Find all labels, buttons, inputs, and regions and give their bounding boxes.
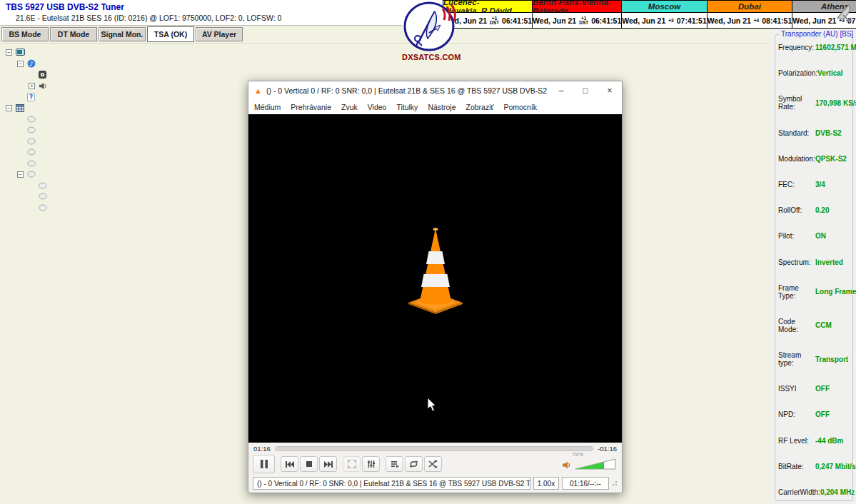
transponder-value: 3/4 [815,181,851,188]
menu-n-stroje[interactable]: Nástroje [428,103,455,111]
collapse-icon[interactable]: − [17,171,24,178]
tree-row[interactable] [3,191,246,203]
vlc-statusbar: () - 0 Vertical 0 / RF: 0 SNR: 0,0 | Eut… [248,474,622,493]
tree-row[interactable] [3,180,246,191]
transponder-row: RollOff:0.20 [778,206,851,214]
transponder-value: OFF [815,385,851,393]
dot-icon [27,138,36,145]
speaker-icon[interactable] [562,460,571,470]
transponder-label: NPD: [778,410,815,418]
transponder-value: DVB-S2 [815,129,851,137]
tab-bar: BS ModeDT ModeSignal Mon.TSA (OK)AV Play… [1,27,244,43]
tab-dt-mode[interactable]: DT Mode [50,27,97,41]
playlist-button[interactable] [386,456,403,472]
tree-row[interactable] [3,136,246,147]
desktop-satellite-icon[interactable] [833,2,855,25]
tab-bs-mode[interactable]: BS Mode [1,27,49,41]
menu-zobrazi-[interactable]: Zobraziť [465,103,493,111]
speaker-icon [39,82,47,90]
clock-time-value: 06:41:51 [591,16,621,25]
volume-percent: 78% [572,451,583,458]
collapse-icon[interactable]: − [17,61,24,67]
menu-m-dium[interactable]: Médium [254,103,281,111]
tree-row[interactable] [3,114,246,125]
clock-date: Wed, Jun 21 [708,16,751,25]
close-button[interactable]: × [598,81,622,100]
clock-time-value: 06:41:51 [502,16,532,25]
shuffle-button[interactable] [424,456,442,472]
tab-tsa-ok-[interactable]: TSA (OK) [147,26,194,42]
transponder-value: Long Frame [815,288,856,296]
services-tree: −−♪+?−− [3,47,246,213]
tab-signal-mon-[interactable]: Signal Mon. [99,27,146,41]
tree-row[interactable] [3,147,246,158]
dxsatcs-logo: DXSATCS.COM [402,1,459,61]
tree-row[interactable]: − [3,169,246,181]
pause-button[interactable] [253,455,275,473]
tree-row[interactable] [3,158,246,169]
transponder-row: Polarization:Vertical [778,69,851,77]
maximize-button[interactable]: □ [573,81,598,100]
collapse-icon[interactable]: − [6,105,12,111]
vlc-video-area[interactable] [248,114,622,443]
playback-speed[interactable]: 1.00x [533,477,559,490]
menu-video[interactable]: Video [368,103,387,111]
minimize-button[interactable]: – [549,81,573,100]
transponder-row: ISSYIOFF [778,385,851,393]
vlc-titlebar[interactable]: ▲ () - 0 Vertical 0 / RF: 0 SNR: 0,0 | E… [248,81,622,100]
clock-city-label: Moscow [622,1,707,13]
dot-icon [27,126,36,133]
previous-button[interactable] [281,456,298,472]
transponder-row: NPD:OFF [778,410,851,418]
tv-icon [16,49,25,56]
tree-row[interactable]: − [3,103,246,114]
timezone-dst-label: DST [490,21,499,25]
transponder-row: BitRate:0,247 Mbit/s [778,463,851,470]
menu-zvuk[interactable]: Zvuk [341,103,358,111]
elapsed-time: 01:16 [253,445,271,453]
dot-icon [39,182,47,189]
stop-button[interactable] [300,456,318,472]
clock-time-value: 08:41:51 [762,16,792,25]
tree-row[interactable]: + [3,81,246,92]
time-display[interactable]: 01:16/--:-- [562,477,609,490]
vlc-controls: 78% [248,454,622,474]
tree-row[interactable]: −♪ [3,59,246,70]
loop-button[interactable] [405,456,423,472]
svg-text:?: ? [29,94,33,101]
collapse-icon[interactable]: − [6,49,12,56]
satellite-dish-logo-icon [403,1,458,51]
clock-datetime: Wed, Jun 21+1DST06:41:51 [533,13,621,28]
menu-pomocn-k[interactable]: Pomocník [503,103,537,111]
menu-prehr-vanie[interactable]: Prehrávanie [291,103,331,111]
tree-row[interactable] [3,69,246,81]
transponder-row: Frame Type:Long Frame [778,284,851,300]
tab-av-player[interactable]: AV Player [196,27,243,41]
transponder-value: 0,247 Mbit/s [815,463,856,470]
transponder-row: Stream type:Transport [778,351,851,367]
transponder-row: FEC:3/4 [778,181,851,188]
resize-grip[interactable] [612,480,618,486]
tree-row[interactable]: − [3,47,246,59]
divider [0,43,770,44]
world-clock-bar: Lučenec-Slovakia_R.DávidWed, Jun 21+1DST… [443,0,832,29]
volume-slider[interactable] [575,458,616,470]
clock-date: Wed, Jun 21 [792,16,836,25]
clock-city-label: Dubai [708,1,792,13]
seek-bar[interactable] [275,446,593,451]
pcr-icon [39,71,46,79]
transponder-label: Frequency: [778,44,815,51]
tree-row[interactable] [3,202,246,213]
tuner-subtitle: 21.6E - Eutelsat 21B SES 16 (ID: 0216) @… [16,14,281,22]
menu-titulky[interactable]: Titulky [396,103,418,111]
fullscreen-button[interactable] [343,456,361,472]
next-button[interactable] [319,456,337,472]
tree-row[interactable] [3,125,246,136]
extended-settings-button[interactable] [362,456,380,472]
expand-icon[interactable]: + [29,83,35,89]
clock-city-label: Berlin-Paris-Vienna-Belgrade [533,1,621,13]
vlc-window-title: () - 0 Vertical 0 / RF: 0 SNR: 0,0 | Eut… [266,86,549,95]
tree-row[interactable]: ? [3,91,246,103]
dot-icon [27,160,36,167]
divider [0,25,402,26]
